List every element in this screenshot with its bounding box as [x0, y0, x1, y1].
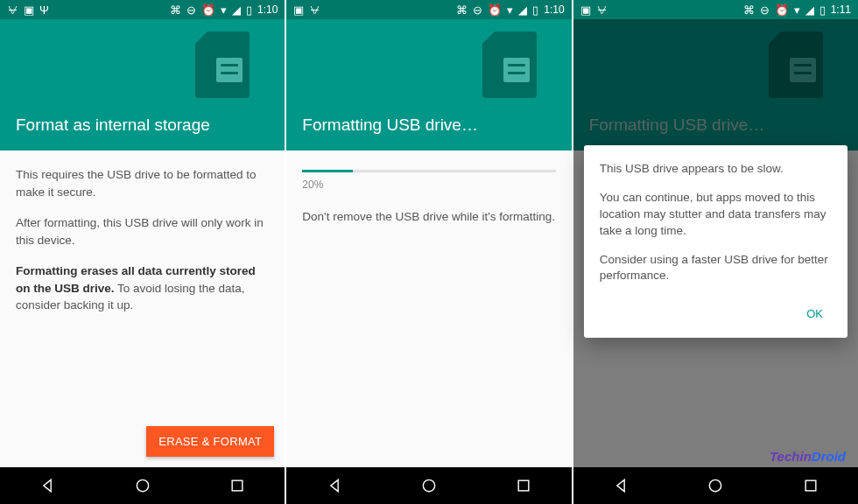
svg-rect-5: [805, 480, 816, 491]
home-button[interactable]: [420, 477, 438, 494]
bluetooth-icon: ⌘: [743, 4, 755, 16]
action-bar: ERASE & FORMAT: [0, 416, 285, 467]
paragraph: Don't remove the USB drive while it's fo…: [302, 208, 555, 226]
battery-icon: ▯: [246, 4, 252, 16]
status-bar: ⩝ ▣ Ψ ⌘ ⊖ ⏰ ▾ ◢ ▯ 1:10: [0, 0, 285, 19]
wifi-icon: ▾: [794, 4, 800, 16]
body: 20% Don't remove the USB drive while it'…: [286, 150, 571, 325]
svg-point-0: [137, 480, 148, 491]
svg-point-4: [710, 480, 721, 491]
screen-slow-drive-dialog: ▣ ⩝ ⌘ ⊖ ⏰ ▾ ◢ ▯ 1:11 Formatting USB driv…: [573, 0, 858, 504]
battery-icon: ▯: [532, 4, 538, 16]
dialog-paragraph: This USB drive appears to be slow.: [600, 161, 832, 178]
alarm-icon: ⏰: [488, 4, 502, 16]
back-button[interactable]: [326, 477, 343, 494]
bluetooth-icon: ⌘: [456, 4, 468, 16]
photo-icon: ▣: [580, 4, 591, 16]
svg-rect-1: [232, 480, 243, 491]
home-button[interactable]: [707, 477, 724, 494]
svg-rect-3: [519, 480, 530, 491]
sdcard-icon: [769, 32, 823, 98]
photo-icon: ▣: [24, 4, 34, 16]
dropbox-icon: ⩝: [7, 4, 18, 16]
alarm-icon: ⏰: [775, 4, 789, 16]
dropbox-icon: ⩝: [596, 4, 608, 16]
recent-button[interactable]: [802, 477, 819, 494]
home-button[interactable]: [134, 477, 151, 494]
dnd-icon: ⊖: [186, 4, 196, 16]
back-button[interactable]: [39, 477, 56, 494]
dnd-icon: ⊖: [760, 4, 770, 16]
clock: 1:10: [257, 4, 278, 16]
ok-button[interactable]: OK: [798, 300, 832, 327]
signal-icon: ◢: [805, 4, 814, 16]
page-title: Formatting USB drive…: [302, 116, 555, 135]
paragraph: After formatting, this USB drive will on…: [16, 214, 269, 248]
photo-icon: ▣: [293, 4, 304, 16]
status-bar: ▣ ⩝ ⌘ ⊖ ⏰ ▾ ◢ ▯ 1:11: [573, 0, 858, 19]
watermark: TechinDroid: [770, 449, 846, 464]
sdcard-icon: [195, 32, 250, 98]
signal-icon: ◢: [518, 4, 527, 16]
nav-bar: [286, 467, 571, 504]
svg-point-2: [423, 480, 434, 491]
back-button[interactable]: [612, 477, 629, 494]
progress-bar: [302, 170, 555, 172]
nav-bar: [573, 467, 858, 504]
clock: 1:10: [544, 4, 564, 16]
screen-format-info: ⩝ ▣ Ψ ⌘ ⊖ ⏰ ▾ ◢ ▯ 1:10 Format as interna…: [0, 0, 285, 504]
dropbox-icon: ⩝: [309, 4, 320, 16]
body-text: This requires the USB drive to be format…: [0, 150, 285, 416]
wifi-icon: ▾: [221, 4, 227, 16]
paragraph: Formatting erases all data currently sto…: [16, 262, 269, 314]
bluetooth-icon: ⌘: [170, 4, 181, 16]
progress-percent-label: 20%: [302, 178, 555, 192]
battery-icon: ▯: [819, 4, 826, 16]
alarm-icon: ⏰: [201, 4, 215, 16]
recent-button[interactable]: [229, 477, 246, 494]
recent-button[interactable]: [515, 477, 532, 494]
nav-bar: [0, 467, 285, 504]
slow-drive-dialog: This USB drive appears to be slow. You c…: [584, 145, 847, 338]
header: Formatting USB drive…: [573, 19, 858, 150]
page-title: Format as internal storage: [16, 116, 269, 135]
signal-icon: ◢: [232, 4, 241, 16]
header: Formatting USB drive…: [286, 19, 571, 150]
dnd-icon: ⊖: [473, 4, 482, 16]
dialog-paragraph: Consider using a faster USB drive for be…: [600, 252, 832, 285]
page-title: Formatting USB drive…: [589, 116, 842, 135]
status-bar: ▣ ⩝ ⌘ ⊖ ⏰ ▾ ◢ ▯ 1:10: [286, 0, 571, 19]
header: Format as internal storage: [0, 19, 285, 150]
paragraph: This requires the USB drive to be format…: [16, 166, 269, 200]
clock: 1:11: [831, 4, 851, 16]
screen-formatting: ▣ ⩝ ⌘ ⊖ ⏰ ▾ ◢ ▯ 1:10 Formatting USB driv…: [286, 0, 571, 504]
wifi-icon: ▾: [507, 4, 513, 16]
sdcard-icon: [482, 32, 537, 98]
usb-icon: Ψ: [39, 4, 49, 16]
erase-format-button[interactable]: ERASE & FORMAT: [146, 426, 274, 457]
dialog-paragraph: You can continue, but apps moved to this…: [600, 190, 832, 240]
